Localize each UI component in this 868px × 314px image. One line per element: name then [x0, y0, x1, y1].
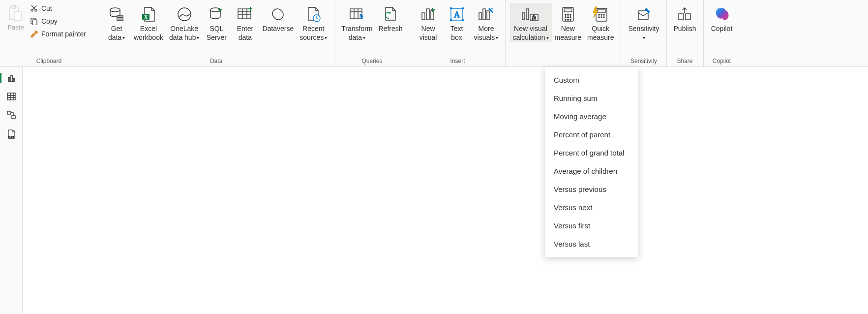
- model-view-button[interactable]: [0, 110, 23, 120]
- new-visual-label: New visual: [419, 25, 437, 42]
- chevron-down-icon: ▾: [197, 35, 199, 41]
- svg-rect-7: [34, 31, 38, 34]
- database-icon: [108, 4, 125, 25]
- group-label-copilot: Copilot: [708, 57, 736, 66]
- svg-rect-2: [14, 12, 21, 21]
- chevron-down-icon: ▾: [643, 35, 645, 41]
- cut-label: Cut: [41, 4, 52, 12]
- svg-rect-29: [522, 13, 525, 20]
- dax-view-button[interactable]: DAX: [0, 129, 23, 140]
- publish-button[interactable]: Publish: [671, 3, 699, 33]
- workspace: DAX Custom Running sum Moving average Pe…: [0, 67, 868, 314]
- group-calculations: fx New visual calculation▾ New measure Q…: [506, 0, 621, 66]
- copy-icon: [30, 17, 38, 26]
- get-data-button[interactable]: Get data▾: [102, 3, 131, 42]
- dd-item-versus-last[interactable]: Versus last: [545, 235, 638, 253]
- table-view-button[interactable]: [0, 92, 23, 101]
- svg-point-43: [570, 19, 571, 20]
- svg-rect-16: [350, 9, 362, 19]
- report-canvas[interactable]: Custom Running sum Moving average Percen…: [23, 67, 868, 314]
- visual-fx-icon: fx: [521, 4, 540, 25]
- dataverse-button[interactable]: Dataverse: [259, 3, 297, 33]
- chevron-down-icon: ▾: [546, 35, 549, 41]
- transform-data-label: Transform data: [341, 25, 372, 41]
- enter-data-label: Enter data: [237, 25, 253, 42]
- svg-rect-57: [13, 78, 15, 81]
- svg-point-8: [110, 8, 120, 12]
- chart-icon: [420, 4, 437, 25]
- dd-item-percent-grand-total[interactable]: Percent of grand total: [545, 144, 638, 162]
- dd-item-percent-parent[interactable]: Percent of parent: [545, 126, 638, 144]
- dd-item-versus-first[interactable]: Versus first: [545, 217, 638, 235]
- chevron-down-icon: ▾: [363, 35, 365, 41]
- svg-point-24: [450, 20, 451, 21]
- svg-point-37: [570, 14, 571, 15]
- format-painter-button[interactable]: Format painter: [30, 30, 86, 38]
- paste-label: Paste: [7, 24, 24, 31]
- scissors-icon: [30, 4, 38, 13]
- onelake-button[interactable]: OneLake data hub▾: [166, 3, 203, 42]
- svg-rect-26: [479, 13, 481, 20]
- group-copilot: Copilot Copilot: [704, 0, 740, 66]
- group-queries: Transform data▾ Refresh Queries: [334, 0, 410, 66]
- more-visuals-button[interactable]: More visuals▾: [471, 3, 502, 42]
- dd-item-versus-previous[interactable]: Versus previous: [545, 180, 638, 198]
- view-rail: DAX: [0, 67, 23, 314]
- copy-button[interactable]: Copy: [30, 17, 86, 26]
- new-visual-button[interactable]: New visual: [414, 3, 443, 42]
- svg-rect-55: [8, 77, 10, 81]
- svg-rect-54: [686, 14, 690, 20]
- sensitivity-label: Sensitivity: [628, 25, 659, 32]
- more-visuals-label: More visuals: [474, 25, 495, 41]
- quick-measure-label: Quick measure: [587, 25, 614, 42]
- svg-rect-17: [422, 13, 425, 20]
- dd-item-average-children[interactable]: Average of children: [545, 162, 638, 180]
- excel-workbook-button[interactable]: X Excel workbook: [131, 3, 166, 42]
- chevron-down-icon: ▾: [325, 35, 327, 41]
- svg-rect-58: [7, 93, 15, 100]
- refresh-button[interactable]: Refresh: [376, 3, 406, 33]
- quick-calc-icon: [592, 4, 609, 25]
- dd-item-custom[interactable]: Custom: [545, 71, 638, 89]
- dd-item-moving-average[interactable]: Moving average: [545, 107, 638, 126]
- excel-icon: X: [141, 4, 156, 25]
- publish-label: Publish: [674, 25, 696, 33]
- svg-rect-53: [679, 14, 684, 20]
- onelake-icon: [176, 4, 193, 25]
- transform-data-button[interactable]: Transform data▾: [338, 3, 375, 42]
- new-measure-button[interactable]: New measure: [552, 3, 584, 42]
- sql-server-button[interactable]: SQL Server: [202, 3, 231, 42]
- svg-text:A: A: [454, 10, 460, 19]
- text-box-label: Text box: [450, 25, 463, 42]
- sql-icon: [208, 4, 225, 25]
- new-visual-calc-button[interactable]: fx New visual calculation▾: [509, 3, 551, 42]
- quick-measure-button[interactable]: Quick measure: [584, 3, 617, 42]
- report-view-button[interactable]: [0, 73, 23, 83]
- svg-point-35: [565, 14, 566, 15]
- copilot-label: Copilot: [711, 25, 733, 33]
- text-box-button[interactable]: A Text box: [443, 3, 471, 42]
- text-box-icon: A: [449, 4, 465, 25]
- svg-point-46: [599, 14, 599, 15]
- chevron-down-icon: ▾: [496, 35, 498, 41]
- svg-text:fx: fx: [532, 14, 536, 20]
- cut-button[interactable]: Cut: [30, 4, 86, 13]
- publish-icon: [677, 4, 693, 25]
- recent-sources-button[interactable]: Recent sources▾: [297, 3, 330, 42]
- sensitivity-button[interactable]: Sensitivity▾: [625, 3, 662, 42]
- enter-data-button[interactable]: Enter data: [231, 3, 259, 42]
- svg-point-36: [568, 14, 569, 15]
- svg-rect-18: [426, 9, 429, 20]
- group-sensitivity: Sensitivity▾ Sensitivity: [621, 0, 666, 66]
- svg-text:X: X: [144, 14, 148, 20]
- onelake-label: OneLake data hub: [169, 25, 198, 41]
- dataverse-label: Dataverse: [262, 25, 294, 33]
- dd-item-running-sum[interactable]: Running sum: [545, 89, 638, 107]
- svg-rect-52: [638, 11, 648, 20]
- sql-server-label: SQL Server: [207, 25, 227, 42]
- group-label-share: Share: [671, 57, 699, 66]
- dd-item-versus-next[interactable]: Versus next: [545, 198, 638, 217]
- svg-rect-59: [7, 111, 11, 114]
- copilot-button[interactable]: Copilot: [708, 3, 736, 33]
- svg-point-41: [565, 19, 566, 20]
